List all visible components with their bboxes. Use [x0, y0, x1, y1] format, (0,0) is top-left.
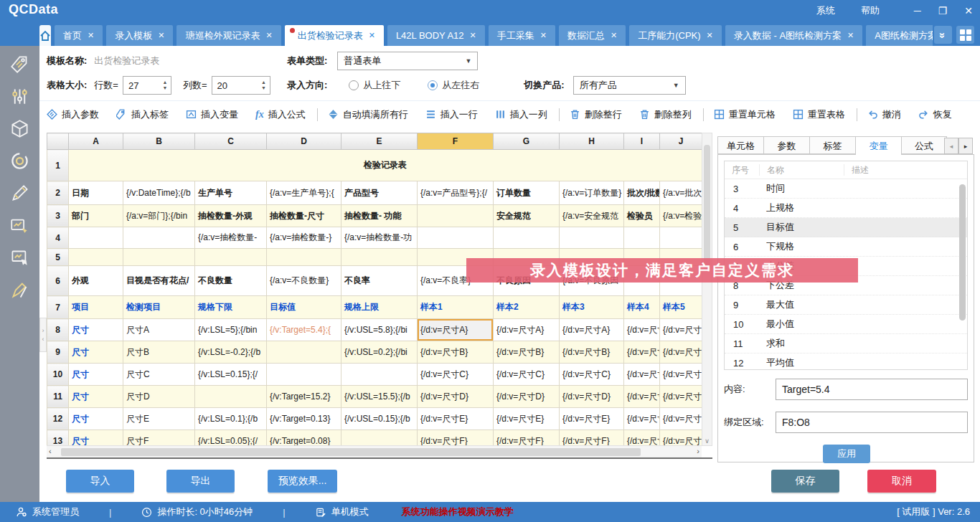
grid-cell[interactable]: 产品型号: [341, 181, 418, 205]
grid-cell[interactable]: {/v:USL=5.8};{/bi: [341, 319, 418, 341]
variable-row[interactable]: 5目标值: [725, 218, 967, 237]
grid-cell[interactable]: {/a:v=生产单号};{: [267, 181, 341, 205]
tab[interactable]: 首页✕: [55, 25, 103, 46]
region-input[interactable]: [776, 412, 968, 433]
tab[interactable]: 录入数据 - A图纸检测方案✕: [725, 25, 862, 46]
row-header-8[interactable]: 8: [47, 319, 69, 341]
row-header-9[interactable]: 9: [47, 341, 69, 364]
grid-cell[interactable]: {/v:Target=0.08}: [267, 430, 341, 447]
grid-cell[interactable]: 不良数量: [195, 266, 267, 296]
grid-cell[interactable]: 项目: [69, 296, 123, 319]
variable-row[interactable]: 4上规格: [725, 199, 967, 218]
grid-cell[interactable]: {/v:DateTime};{/b: [123, 181, 195, 205]
restore-icon[interactable]: ❐: [938, 5, 948, 16]
row-header-5[interactable]: 5: [47, 249, 69, 266]
grid-cell[interactable]: {/d:v=尺寸F}: [560, 430, 624, 447]
grid-cell[interactable]: 检测项目: [123, 296, 195, 319]
grid-cell[interactable]: {/a:v=批次/批数: [660, 181, 702, 205]
grid-cell[interactable]: 抽检数量-外观: [195, 205, 267, 227]
row-header-13[interactable]: 13: [47, 430, 69, 447]
tab-scroll-left-button[interactable]: ◂: [944, 138, 958, 154]
tab-close-icon[interactable]: ✕: [158, 25, 164, 46]
grid-cell[interactable]: 部门: [69, 205, 123, 227]
grid-cell[interactable]: 目视是否有花点/: [123, 266, 195, 296]
scrollbar-thumb[interactable]: [61, 448, 641, 456]
panel-tab-item[interactable]: 参数: [763, 136, 809, 154]
grid-cell[interactable]: [69, 227, 123, 249]
minimize-icon[interactable]: ─: [914, 5, 921, 16]
grid-cell[interactable]: [418, 227, 494, 249]
grid-cell[interactable]: 订单数量: [494, 181, 560, 205]
export-button[interactable]: 导出: [166, 470, 235, 493]
grid-cell[interactable]: {/a:v=部门};{/bin: [123, 205, 195, 227]
grid-cell[interactable]: {/d:v=尺寸F}: [624, 430, 660, 447]
grid-cell[interactable]: {/d:v=尺寸C}: [418, 364, 494, 386]
grid-cell[interactable]: [195, 386, 267, 408]
column-header-G[interactable]: G: [494, 133, 560, 150]
column-header-I[interactable]: I: [624, 133, 660, 150]
grid-cell[interactable]: {/v:LSL=-0.2};{/b: [195, 341, 267, 364]
grid-cell[interactable]: 尺寸: [69, 408, 123, 430]
grid-cell[interactable]: {/d:v=尺寸E}: [418, 408, 494, 430]
close-icon[interactable]: ✕: [964, 5, 973, 16]
grid-cell[interactable]: 样本1: [418, 296, 494, 319]
grid-cell[interactable]: {/d:v=尺寸A}: [494, 319, 560, 341]
grid-cell[interactable]: {/v:Target=15.2}: [267, 386, 341, 408]
grid-cell[interactable]: 批次/批数: [624, 181, 660, 205]
save-button[interactable]: 保存: [771, 470, 839, 493]
chart-edit-icon[interactable]: [10, 216, 29, 235]
grid-cell[interactable]: 检验员: [624, 205, 660, 227]
grid-cell[interactable]: {/d:v=尺寸B}: [560, 341, 624, 364]
row-header-11[interactable]: 11: [47, 386, 69, 408]
grid-cell[interactable]: 尺寸: [69, 430, 123, 447]
column-header-F[interactable]: F: [418, 133, 494, 150]
grid-cell[interactable]: {/v:LSL=0.1};{/b: [195, 408, 267, 430]
grid-cell[interactable]: [123, 227, 195, 249]
row-header-10[interactable]: 10: [47, 364, 69, 386]
grid-cell[interactable]: {/v:LSL=0.15};{/: [195, 364, 267, 386]
rows-stepper[interactable]: 27 ▲▼: [123, 76, 171, 95]
image-hand-icon[interactable]: [10, 248, 29, 267]
tab-close-icon[interactable]: ✕: [611, 25, 617, 46]
grid-cell[interactable]: 尺寸: [69, 341, 123, 364]
grid-cell[interactable]: {/d:v=尺寸C}: [624, 364, 660, 386]
row-header-2[interactable]: 2: [47, 181, 69, 205]
list-scrollbar[interactable]: [959, 180, 966, 365]
grid-cell[interactable]: {/d:v=尺寸D}: [660, 386, 702, 408]
row-header-6[interactable]: 6: [47, 266, 69, 296]
grid-cell[interactable]: 规格下限: [195, 296, 267, 319]
horizontal-scrollbar[interactable]: ‹ ›: [47, 445, 702, 457]
switch-product-dropdown[interactable]: 所有产品 ▼: [573, 76, 686, 95]
grid-cell[interactable]: 尺寸: [69, 319, 123, 341]
grid-cell[interactable]: 尺寸F: [123, 430, 195, 447]
radio-top-down[interactable]: 从上往下: [349, 79, 400, 92]
grid-cell[interactable]: {/d:v=尺寸E}: [660, 408, 702, 430]
pencil-icon[interactable]: [10, 184, 29, 203]
apply-button[interactable]: 应用: [823, 445, 870, 463]
tutorial-link[interactable]: 系统功能操作视频演示教学: [402, 506, 514, 518]
import-button[interactable]: 导入: [66, 470, 134, 493]
column-header-B[interactable]: B: [123, 133, 195, 150]
grid-cell[interactable]: 尺寸D: [123, 386, 195, 408]
grid-cell[interactable]: [341, 430, 418, 447]
tab[interactable]: 瑭巡检外观记录表✕: [176, 25, 281, 46]
row-header-12[interactable]: 12: [47, 408, 69, 430]
grid-cell[interactable]: 样本4: [624, 296, 660, 319]
grid-cell[interactable]: 样本3: [560, 296, 624, 319]
grid-cell[interactable]: 外观: [69, 266, 123, 296]
cols-stepper[interactable]: 20 ▲▼: [212, 76, 270, 95]
reset-cell-button[interactable]: 重置单元格: [714, 108, 776, 121]
tab-close-icon[interactable]: ✕: [265, 25, 272, 46]
grid-cell[interactable]: {/a:v=检验员}: [660, 205, 702, 227]
panel-tab-item[interactable]: 单元格: [717, 136, 763, 154]
grid-cell[interactable]: {/d:v=尺寸A}: [624, 319, 660, 341]
content-input[interactable]: [776, 379, 968, 400]
grid-cell[interactable]: {/a:v=抽检数量-}: [267, 227, 341, 249]
variable-row[interactable]: 9最大值: [725, 295, 967, 315]
grid-cell[interactable]: {/a:v=订单数量}: [560, 181, 624, 205]
grid-cell[interactable]: {/d:v=尺寸D}: [494, 386, 560, 408]
variable-row[interactable]: 6下规格: [725, 237, 967, 257]
tab[interactable]: A图纸检测方案 - 图纸→: [866, 25, 933, 46]
grid-cell[interactable]: {/d:v=尺寸C}: [660, 364, 702, 386]
variable-row[interactable]: 10最小值: [725, 315, 967, 334]
